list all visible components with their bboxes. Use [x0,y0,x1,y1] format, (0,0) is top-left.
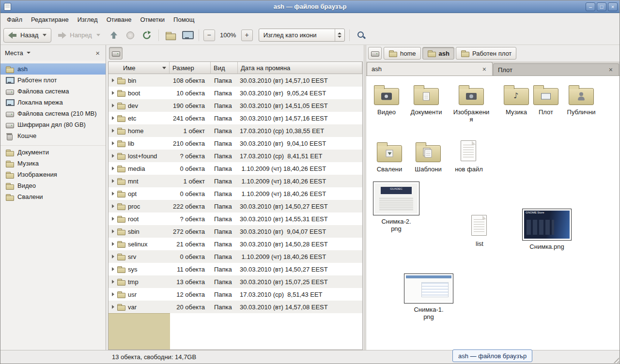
expander-icon[interactable] [112,267,114,271]
back-history-chevron-icon[interactable] [43,34,46,36]
expander-icon[interactable] [112,78,114,82]
expander-icon[interactable] [112,104,114,107]
file-templates-folder[interactable]: Шаблони [410,140,447,173]
expander-icon[interactable] [112,229,114,233]
maximize-button[interactable]: □ [597,2,606,11]
table-row[interactable]: sys 11 обекта Папка 30.03.2010 (вт) 14,5… [108,263,362,275]
expander-icon[interactable] [112,217,114,221]
breadcrumb-desktop[interactable]: Работен плот [456,47,516,60]
tab-close-button[interactable]: × [607,66,614,74]
view-mode-select[interactable]: Изглед като икони [259,29,345,42]
expander-icon[interactable] [112,91,114,95]
column-header-size[interactable]: Размер [170,62,211,74]
expander-icon[interactable] [112,242,114,246]
sidebar-item-downloads[interactable]: Свалени [0,191,106,202]
file-pictures-folder[interactable]: Изображения [452,83,490,123]
computer-button[interactable] [180,28,194,43]
menu-file[interactable]: Файл [2,14,27,25]
table-row[interactable]: bin 108 обекта Папка 30.03.2010 (вт) 14,… [108,74,362,87]
sidebar-close-button[interactable]: × [94,49,101,57]
file-list[interactable]: list [461,214,498,247]
table-row[interactable]: usr 12 обекта Папка 17.03.2010 (ср) 8,51… [108,288,362,301]
expander-icon[interactable] [112,179,114,183]
table-row[interactable]: lost+found ? обекта Папка 17.03.2010 (ср… [108,150,362,162]
expander-icon[interactable] [112,192,114,196]
file-documents-folder[interactable]: Документи [408,83,445,116]
reload-button[interactable] [140,28,154,43]
sidebar-separator[interactable] [0,141,106,146]
expander-icon[interactable] [112,154,114,158]
menu-view[interactable]: Изглед [73,14,102,25]
breadcrumb-root-button[interactable] [109,47,123,60]
expander-icon[interactable] [112,129,114,133]
sidebar-item-documents[interactable]: Документи [0,147,106,158]
sidebar-item-pictures[interactable]: Изображения [0,169,106,180]
table-row[interactable]: srv 0 обекта Папка 1.10.2009 (чт) 18,40,… [108,250,362,263]
zoom-out-button[interactable]: − [203,30,215,41]
titlebar[interactable]: ash — файлов браузър – □ × [0,0,620,13]
resize-grip[interactable] [612,356,619,363]
table-row[interactable]: boot 10 обекта Папка 30.03.2010 (вт) 9,0… [108,87,362,99]
expander-icon[interactable] [112,204,114,208]
expander-icon[interactable] [112,116,114,120]
table-row[interactable]: root ? обекта Папка 30.03.2010 (вт) 14,5… [108,212,362,225]
expander-icon[interactable] [112,141,114,145]
sidebar-item-trash[interactable]: Кошче [0,130,106,141]
up-button[interactable] [107,28,121,43]
breadcrumb-ash[interactable]: ash [422,47,454,60]
sidebar-item-videos[interactable]: Видео [0,180,106,191]
tab-close-button[interactable]: × [481,65,488,73]
home-button[interactable] [163,28,178,43]
table-row[interactable]: dev 190 обекта Папка 30.03.2010 (вт) 14,… [108,99,362,112]
file-downloads-folder[interactable]: Свалени [371,140,408,173]
table-row[interactable]: etc 241 обекта Папка 30.03.2010 (вт) 14,… [108,112,362,124]
table-row[interactable]: tmp 13 обекта Папка 30.03.2010 (вт) 15,0… [108,275,362,288]
expander-icon[interactable] [112,292,114,296]
sidebar-item-ash[interactable]: ash [0,63,106,75]
column-header-date[interactable]: Дата на промяна [238,62,362,74]
column-header-name[interactable]: Име [108,62,170,74]
menu-help[interactable]: Помощ [169,14,199,25]
close-button[interactable]: × [608,2,618,11]
expander-icon[interactable] [112,280,114,284]
file-music-folder[interactable]: Музика [498,83,535,116]
sidebar-item-filesystem[interactable]: Файлова система [0,86,106,97]
menu-bookmarks[interactable]: Отметки [136,14,169,25]
file-video-folder[interactable]: Видео [368,83,405,116]
file-public-folder[interactable]: Публични [563,83,600,116]
menu-edit[interactable]: Редактиране [27,14,73,25]
file-desktop-folder[interactable]: Плот [531,83,561,116]
table-row[interactable]: lib 210 обекта Папка 30.03.2010 (вт) 9,0… [108,137,362,150]
expander-icon[interactable] [112,255,114,258]
table-row[interactable]: sbin 272 обекта Папка 30.03.2010 (вт) 9,… [108,225,362,238]
minimize-button[interactable]: – [586,2,595,11]
expander-icon[interactable] [112,305,114,309]
table-row[interactable]: proc 222 обекта Папка 30.03.2010 (вт) 14… [108,200,362,212]
sidebar-mode-chevron-icon[interactable] [27,52,31,54]
expander-icon[interactable] [112,167,114,170]
sidebar-item-desktop[interactable]: Работен плот [0,75,106,86]
column-header-type[interactable]: Вид [211,62,238,74]
sidebar-item-encrypted-80gb[interactable]: Шифриран дял (80 GB) [0,119,106,130]
file-snimka-1-png[interactable]: Снимка-1.png [403,273,454,320]
table-row[interactable]: var 20 обекта Папка 30.03.2010 (вт) 14,5… [108,301,362,313]
forward-button[interactable]: Напред [53,28,104,43]
zoom-in-button[interactable]: + [241,30,253,41]
tab-plot[interactable]: Плот × [493,63,619,76]
table-row[interactable]: mnt 1 обект Папка 1.10.2009 (чт) 18,40,2… [108,175,362,187]
sidebar-title[interactable]: Места [5,49,23,57]
back-button[interactable]: Назад [3,28,51,43]
sidebar-item-music[interactable]: Музика [0,158,106,169]
tab-ash[interactable]: ash × [367,62,493,76]
stop-button[interactable] [123,28,138,43]
breadcrumb-home[interactable]: home [384,47,421,60]
file-snimka-png[interactable]: GNOME Store Снимка.png [521,209,573,250]
menu-go[interactable]: Отиване [102,14,136,25]
table-row[interactable]: home 1 обект Папка 17.03.2010 (ср) 10,38… [108,124,362,137]
breadcrumb-root-button[interactable] [368,47,382,60]
sidebar-item-volume-210mb[interactable]: Файлова система (210 MB) [0,108,106,119]
table-row[interactable]: opt 0 обекта Папка 1.10.2009 (чт) 18,40,… [108,187,362,200]
search-button[interactable] [354,28,369,43]
table-row[interactable]: media 0 обекта Папка 1.10.2009 (чт) 18,4… [108,162,362,175]
file-new-file[interactable]: нов файл [450,140,487,173]
